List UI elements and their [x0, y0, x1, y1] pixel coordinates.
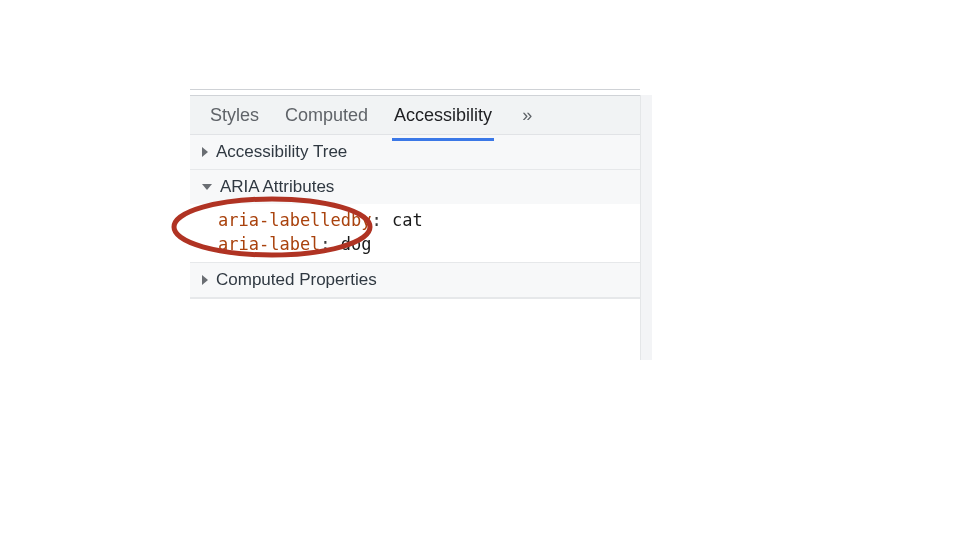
tab-accessibility[interactable]: Accessibility [394, 99, 492, 132]
divider [190, 89, 640, 90]
disclosure-closed-icon [202, 275, 208, 285]
aria-attribute-row: aria-labelledby: cat [218, 208, 640, 232]
empty-pane [190, 298, 640, 360]
aria-attribute-row: aria-label: dog [218, 232, 640, 256]
tab-styles[interactable]: Styles [210, 99, 259, 132]
section-computed-properties: Computed Properties [190, 263, 640, 298]
colon: : [372, 210, 392, 230]
scrollbar[interactable] [640, 95, 652, 360]
section-header-aria-attributes[interactable]: ARIA Attributes [190, 170, 640, 204]
section-title: Computed Properties [216, 270, 377, 290]
aria-attr-value: dog [341, 234, 372, 254]
tabbar: Styles Computed Accessibility » [190, 95, 640, 135]
aria-attributes-list: aria-labelledby: cat aria-label: dog [190, 204, 640, 262]
disclosure-closed-icon [202, 147, 208, 157]
section-title: Accessibility Tree [216, 142, 347, 162]
tabs-overflow-button[interactable]: » [522, 105, 534, 126]
section-aria-attributes: ARIA Attributes aria-labelledby: cat ari… [190, 170, 640, 263]
disclosure-open-icon [202, 184, 212, 190]
aria-attr-key: aria-label [218, 234, 320, 254]
tab-computed[interactable]: Computed [285, 99, 368, 132]
section-header-computed-properties[interactable]: Computed Properties [190, 263, 640, 297]
devtools-side-panel: Styles Computed Accessibility » Accessib… [190, 95, 640, 360]
aria-attr-value: cat [392, 210, 423, 230]
section-title: ARIA Attributes [220, 177, 334, 197]
aria-attr-key: aria-labelledby [218, 210, 372, 230]
colon: : [320, 234, 340, 254]
